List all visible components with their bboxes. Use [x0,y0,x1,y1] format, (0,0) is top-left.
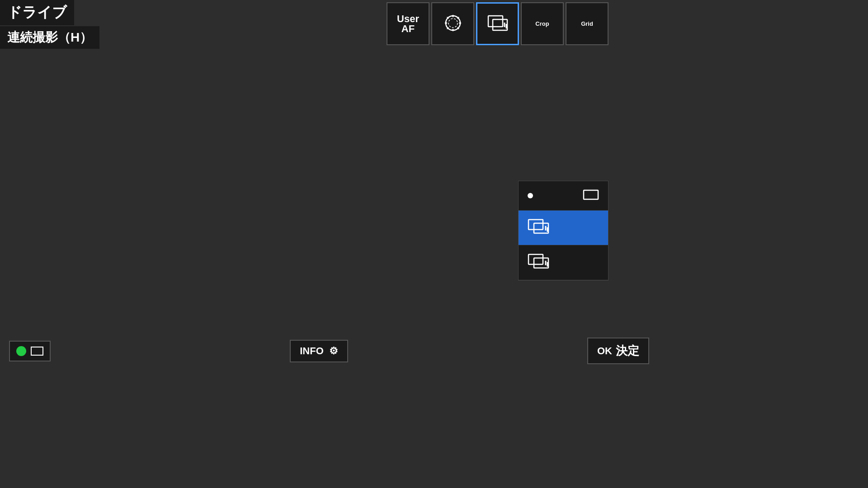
single-shot-icon [583,188,599,203]
white-rectangle [31,347,43,356]
user-af-button[interactable]: UserAF [387,2,429,45]
bottom-left-box[interactable] [9,341,51,361]
display-button[interactable] [476,2,519,45]
bottom-center-controls: INFO ⚙ [290,340,348,362]
continuous-label: 連続撮影（H） [0,26,99,49]
burst-selected-icon [528,218,551,238]
svg-rect-19 [528,254,543,264]
user-af-icon: UserAF [397,14,419,34]
bottom-left-controls [9,341,51,361]
exposure-button[interactable] [431,2,474,45]
top-toolbar: UserAF [387,2,609,45]
green-dot [16,346,26,356]
single-shot-option[interactable] [519,181,608,211]
grid-label: Grid [581,20,593,27]
svg-rect-15 [528,220,543,230]
burst-option[interactable] [519,245,608,280]
svg-rect-14 [584,190,598,199]
kettei-label: 決定 [616,343,639,359]
info-gear-box[interactable]: INFO ⚙ [290,340,348,362]
ok-label: OK [597,345,612,357]
top-left-info: ドライブ 連続撮影（H） [0,0,99,49]
ok-button[interactable]: OK 決定 [587,338,649,364]
right-panel [518,181,609,281]
dot-indicator [528,193,533,198]
svg-point-1 [448,19,458,28]
bottom-bar: INFO ⚙ OK 決定 [0,333,658,369]
grid-button[interactable]: Grid [566,2,609,45]
burst-option-selected[interactable] [519,211,608,245]
burst-icon [528,253,551,272]
exposure-icon [443,13,463,35]
crop-label: Crop [535,20,549,27]
gear-icon: ⚙ [329,345,338,357]
display-icon [487,15,508,33]
info-label: INFO [300,345,324,357]
drive-label: ドライブ [0,0,74,25]
svg-rect-10 [488,16,503,27]
crop-button[interactable]: Crop [521,2,564,45]
